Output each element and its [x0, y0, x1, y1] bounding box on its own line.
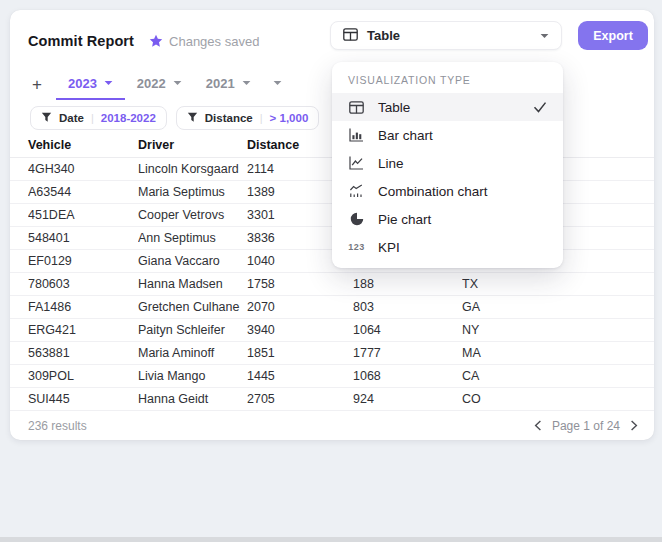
table-cell: Paityn Schleifer: [138, 323, 247, 337]
add-tab-button[interactable]: +: [32, 76, 42, 93]
pagination: Page 1 of 24: [534, 419, 638, 433]
card-footer: 236 results Page 1 of 24: [10, 411, 654, 440]
table-row: 563881Maria Aminoff18511777MA: [10, 342, 654, 365]
combination-chart-icon: [348, 184, 365, 198]
filters-row: Date|2018-2022Distance|> 1,000: [30, 106, 319, 130]
window-bottom-edge: [0, 537, 662, 542]
card-header: Commit Report Changes saved: [28, 31, 259, 51]
filter-name: Distance: [205, 112, 253, 124]
chevron-down-icon: [540, 33, 549, 39]
menu-item-label: Line: [378, 156, 404, 171]
table-cell: 1777: [353, 346, 462, 360]
export-button[interactable]: Export: [578, 21, 648, 50]
table-cell: A63544: [28, 185, 138, 199]
table-cell: Hanna Madsen: [138, 277, 247, 291]
table-cell: 803: [353, 300, 462, 314]
chevron-down-icon: [273, 80, 282, 86]
table-cell: Cooper Vetrovs: [138, 208, 247, 222]
table-cell: 1758: [247, 277, 353, 291]
menu-item-line[interactable]: Line: [332, 149, 563, 177]
page-indicator: Page 1 of 24: [552, 419, 620, 433]
menu-item-label: Pie chart: [378, 212, 431, 227]
tab-2023[interactable]: 2023: [56, 68, 125, 100]
bar-chart-icon: [348, 128, 365, 142]
kpi-icon: 123: [348, 242, 365, 252]
table-cell: 1068: [353, 369, 462, 383]
tab-2022[interactable]: 2022: [125, 68, 194, 100]
table-icon: [343, 27, 358, 45]
table-cell: 2705: [247, 392, 353, 406]
table-cell: Maria Septimus: [138, 185, 247, 199]
table-cell: 4GH340: [28, 162, 138, 176]
filter-value: 2018-2022: [101, 112, 156, 124]
tab-2021[interactable]: 2021: [194, 68, 263, 100]
tab-label: 2021: [206, 76, 235, 91]
menu-item-pie-chart[interactable]: Pie chart: [332, 205, 563, 233]
visualization-select[interactable]: Table: [330, 21, 562, 50]
table-cell: 451DEA: [28, 208, 138, 222]
table-cell: NY: [462, 323, 654, 337]
table-cell: FA1486: [28, 300, 138, 314]
menu-item-combination-chart[interactable]: Combination chart: [332, 177, 563, 205]
table-icon: [348, 101, 365, 114]
chevron-down-icon: [242, 80, 251, 86]
table-cell: CA: [462, 369, 654, 383]
filter-chip-date[interactable]: Date|2018-2022: [30, 106, 167, 130]
table-cell: Gretchen Culhane: [138, 300, 247, 314]
tab-extra[interactable]: [263, 68, 292, 100]
check-icon: [533, 101, 547, 113]
table-cell: 188: [353, 277, 462, 291]
table-cell: 1064: [353, 323, 462, 337]
table-cell: 1851: [247, 346, 353, 360]
table-row: 780603Hanna Madsen1758188TX: [10, 273, 654, 296]
table-cell: 924: [353, 392, 462, 406]
table-cell: 780603: [28, 277, 138, 291]
table-cell: Giana Vaccaro: [138, 254, 247, 268]
menu-item-label: KPI: [378, 240, 400, 255]
menu-item-label: Combination chart: [378, 184, 488, 199]
column-header: Driver: [138, 138, 247, 152]
table-row: FA1486Gretchen Culhane2070803GA: [10, 296, 654, 319]
menu-item-label: Table: [378, 100, 410, 115]
column-header: Vehicle: [28, 138, 138, 152]
chip-divider: |: [91, 112, 94, 124]
previous-page-icon[interactable]: [534, 420, 542, 431]
line-chart-icon: [348, 156, 365, 170]
table-cell: EF0129: [28, 254, 138, 268]
filter-name: Date: [59, 112, 84, 124]
visualization-menu-items: TableBar chartLineCombination chartPie c…: [332, 93, 563, 261]
table-cell: 548401: [28, 231, 138, 245]
filter-value: > 1,000: [270, 112, 309, 124]
page-title: Commit Report: [28, 33, 134, 49]
table-cell: CO: [462, 392, 654, 406]
chevron-down-icon: [173, 80, 182, 86]
menu-item-label: Bar chart: [378, 128, 433, 143]
chip-divider: |: [260, 112, 263, 124]
filter-chip-distance[interactable]: Distance|> 1,000: [176, 106, 320, 130]
status-text: Changes saved: [169, 34, 259, 49]
visualization-menu-header: VISUALIZATION TYPE: [332, 62, 563, 93]
table-cell: Maria Aminoff: [138, 346, 247, 360]
table-cell: GA: [462, 300, 654, 314]
table-cell: 3940: [247, 323, 353, 337]
pie-chart-icon: [348, 212, 365, 226]
table-cell: Livia Mango: [138, 369, 247, 383]
table-cell: Lincoln Korsgaard: [138, 162, 247, 176]
menu-item-table[interactable]: Table: [332, 93, 563, 121]
table-cell: 1445: [247, 369, 353, 383]
tab-label: 2023: [68, 76, 97, 91]
next-page-icon[interactable]: [630, 420, 638, 431]
visualization-menu: VISUALIZATION TYPE TableBar chartLineCom…: [332, 62, 563, 268]
table-cell: MA: [462, 346, 654, 360]
table-row: ERG421Paityn Schleifer39401064NY: [10, 319, 654, 342]
menu-item-kpi[interactable]: 123KPI: [332, 233, 563, 261]
table-cell: ERG421: [28, 323, 138, 337]
table-cell: 309POL: [28, 369, 138, 383]
chevron-down-icon: [104, 80, 113, 86]
table-row: SUI445Hanna Geidt2705924CO: [10, 388, 654, 411]
table-cell: SUI445: [28, 392, 138, 406]
year-tabs: + 202320222021: [32, 68, 292, 100]
menu-item-bar-chart[interactable]: Bar chart: [332, 121, 563, 149]
table-cell: 2070: [247, 300, 353, 314]
star-icon: [149, 34, 163, 48]
